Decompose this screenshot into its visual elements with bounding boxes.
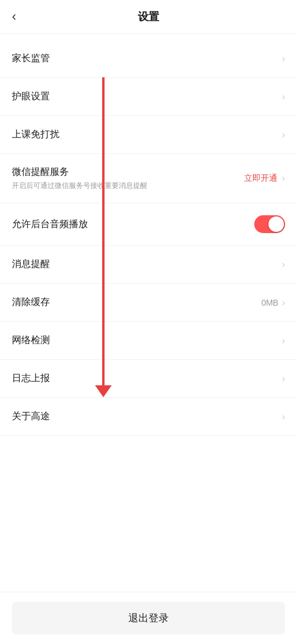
item-right: › (282, 411, 285, 422)
chevron-icon: › (282, 373, 285, 384)
item-left: 允许后台音频播放 (12, 218, 88, 231)
item-label: 允许后台音频播放 (12, 218, 88, 231)
item-label: 网络检测 (12, 334, 50, 347)
item-right: › (282, 335, 285, 346)
settings-item-bg-audio[interactable]: 允许后台音频播放 (0, 203, 297, 246)
settings-item-class-dnd[interactable]: 上课免打扰 › (0, 116, 297, 154)
item-left: 日志上报 (12, 372, 50, 385)
item-label: 家长监管 (12, 52, 50, 65)
item-label: 护眼设置 (12, 90, 50, 103)
item-right: › (282, 130, 285, 140)
item-sublabel: 开启后可通过微信服务号接收重要消息提醒 (12, 181, 147, 191)
settings-item-wechat-reminder[interactable]: 微信提醒服务 开启后可通过微信服务号接收重要消息提醒 立即开通 › (0, 154, 297, 203)
settings-item-message-reminder[interactable]: 消息提醒 › (0, 246, 297, 284)
settings-item-parental-control[interactable]: 家长监管 › (0, 40, 297, 78)
item-label: 上课免打扰 (12, 128, 59, 141)
chevron-icon: › (282, 92, 285, 102)
item-right: › (282, 92, 285, 102)
logout-section: 退出登录 (0, 592, 297, 644)
settings-item-network-check[interactable]: 网络检测 › (0, 322, 297, 360)
item-right: › (282, 373, 285, 384)
item-left: 消息提醒 (12, 258, 50, 271)
item-left: 上课免打扰 (12, 128, 59, 141)
item-left: 网络检测 (12, 334, 50, 347)
back-button[interactable]: ‹ (12, 9, 16, 24)
settings-item-clear-cache[interactable]: 清除缓存 0MB › (0, 284, 297, 322)
item-label: 微信提醒服务 (12, 166, 147, 178)
item-right: 0MB › (261, 297, 285, 308)
chevron-icon: › (282, 411, 285, 422)
item-left: 护眼设置 (12, 90, 50, 103)
chevron-icon: › (282, 259, 285, 270)
settings-item-log-report[interactable]: 日志上报 › (0, 360, 297, 398)
item-right: › (282, 259, 285, 270)
chevron-icon: › (282, 173, 285, 184)
page-header: ‹ 设置 (0, 0, 297, 34)
item-left: 关于高途 (12, 410, 50, 423)
chevron-icon: › (282, 54, 285, 64)
item-left: 微信提醒服务 开启后可通过微信服务号接收重要消息提醒 (12, 166, 147, 191)
item-right (254, 215, 285, 233)
chevron-icon: › (282, 130, 285, 140)
item-label: 消息提醒 (12, 258, 50, 271)
settings-list: 家长监管 › 护眼设置 › 上课免打扰 › 微信提醒服务 开启后可通过微信服务号… (0, 40, 297, 436)
settings-item-about[interactable]: 关于高途 › (0, 398, 297, 436)
item-right: › (282, 54, 285, 64)
chevron-icon: › (282, 335, 285, 346)
wechat-action-label[interactable]: 立即开通 (244, 173, 277, 184)
settings-item-eye-protection[interactable]: 护眼设置 › (0, 78, 297, 116)
item-label: 日志上报 (12, 372, 50, 385)
page-title: 设置 (138, 10, 159, 24)
item-label: 关于高途 (12, 410, 50, 423)
chevron-icon: › (282, 297, 285, 308)
logout-button[interactable]: 退出登录 (12, 602, 285, 634)
bg-audio-toggle[interactable] (254, 215, 285, 233)
item-left: 家长监管 (12, 52, 50, 65)
item-right: 立即开通 › (244, 173, 285, 184)
cache-size-value: 0MB (261, 298, 279, 307)
item-left: 清除缓存 (12, 296, 50, 309)
item-label: 清除缓存 (12, 296, 50, 309)
